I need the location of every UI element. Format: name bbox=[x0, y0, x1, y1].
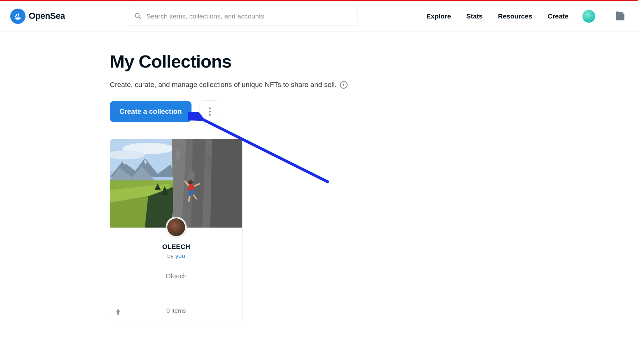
nav-resources[interactable]: Resources bbox=[498, 12, 532, 20]
info-icon[interactable]: i bbox=[340, 81, 348, 89]
by-you-link[interactable]: you bbox=[175, 252, 185, 259]
search-bar[interactable] bbox=[128, 7, 357, 26]
collection-item-count: 0 items bbox=[115, 307, 237, 314]
collection-name: OLEECH bbox=[115, 243, 237, 251]
page-title: My Collections bbox=[110, 51, 638, 72]
svg-point-1 bbox=[209, 111, 211, 113]
create-collection-button[interactable]: Create a collection bbox=[110, 101, 191, 122]
subtitle-text: Create, curate, and manage collections o… bbox=[110, 81, 337, 89]
collection-card-body: OLEECH by you Oleech 0 items bbox=[110, 228, 242, 321]
svg-point-7 bbox=[188, 180, 193, 185]
actions-row: Create a collection bbox=[110, 100, 638, 123]
collection-cover bbox=[110, 139, 242, 228]
by-prefix: by bbox=[167, 252, 175, 259]
collection-card[interactable]: OLEECH by you Oleech 0 items bbox=[110, 139, 243, 321]
subtitle-row: Create, curate, and manage collections o… bbox=[110, 81, 638, 89]
svg-point-0 bbox=[209, 107, 211, 109]
collection-avatar-wrap bbox=[166, 217, 187, 238]
header: OpenSea Explore Stats Resources Create bbox=[0, 1, 638, 32]
more-menu-button[interactable] bbox=[199, 100, 220, 123]
ethereum-icon bbox=[116, 309, 120, 316]
user-avatar[interactable] bbox=[582, 10, 595, 23]
search-wrap bbox=[73, 7, 412, 26]
collection-avatar bbox=[167, 218, 185, 236]
nav-explore[interactable]: Explore bbox=[426, 12, 451, 20]
nav-links: Explore Stats Resources Create bbox=[426, 12, 568, 20]
collection-description: Oleech bbox=[115, 272, 237, 280]
opensea-logo-icon bbox=[10, 9, 26, 24]
main: My Collections Create, curate, and manag… bbox=[0, 32, 638, 321]
search-icon bbox=[134, 12, 143, 21]
more-vertical-icon bbox=[209, 107, 211, 116]
svg-point-2 bbox=[209, 114, 211, 116]
nav-create[interactable]: Create bbox=[548, 12, 568, 20]
collection-byline: by you bbox=[115, 252, 237, 259]
brand-name: OpenSea bbox=[29, 11, 65, 21]
wallet-button[interactable] bbox=[614, 11, 625, 22]
logo[interactable]: OpenSea bbox=[10, 9, 65, 24]
wallet-icon bbox=[614, 11, 625, 22]
nav-stats[interactable]: Stats bbox=[466, 12, 483, 20]
search-input[interactable] bbox=[146, 12, 351, 20]
